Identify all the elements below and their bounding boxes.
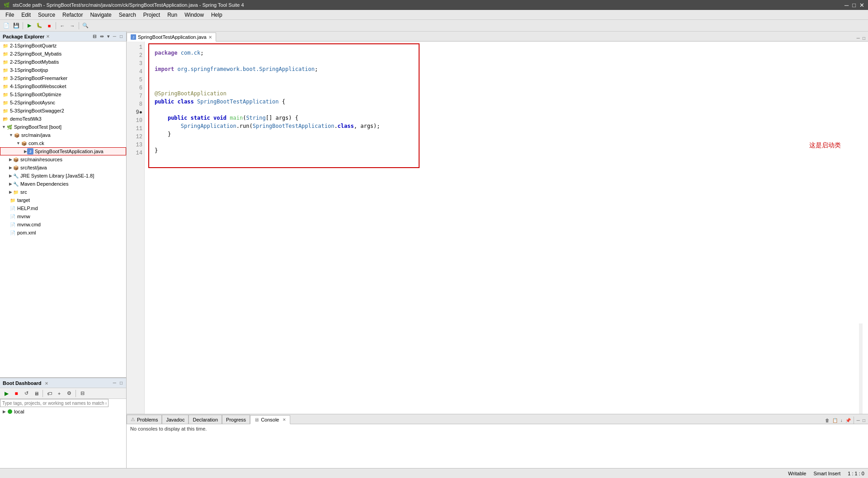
toolbar-forward[interactable]: →: [68, 21, 77, 30]
line-num-10: 10: [128, 117, 142, 125]
bottom-clear-icon[interactable]: 🗑: [824, 417, 830, 423]
pkg-min-icon[interactable]: ─: [112, 33, 117, 39]
tree-item-async[interactable]: 📁 5-2SpringBootAysnc: [0, 98, 126, 107]
tree-item-websocket[interactable]: 📁 4-1SpringBootWebscoket: [0, 82, 126, 90]
minimize-button[interactable]: ─: [844, 2, 849, 9]
status-dot-icon: [8, 409, 12, 414]
boot-stop[interactable]: ■: [12, 389, 21, 398]
bottom-max-icon[interactable]: □: [862, 417, 866, 423]
bottom-tab-problems[interactable]: ⚠ Problems: [127, 415, 162, 424]
tree-item-src-resources[interactable]: ▶ 📦 src/main/resources: [0, 155, 126, 164]
toolbar-stop[interactable]: ■: [45, 21, 54, 30]
menu-window[interactable]: Window: [181, 11, 208, 19]
tree-item-label: src/main/java: [21, 132, 51, 138]
line-num-11: 11: [128, 125, 142, 133]
toolbar-new[interactable]: 📄: [2, 21, 11, 30]
close-button[interactable]: ✕: [859, 2, 864, 9]
boot-tags[interactable]: 🏷: [45, 389, 54, 398]
bottom-scroll-icon[interactable]: ↓: [840, 417, 844, 423]
toolbar-run[interactable]: ▶: [25, 21, 34, 30]
pkg-link-icon[interactable]: ⇔: [99, 33, 104, 39]
toolbar: 📄 💾 ▶ 🐛 ■ ← → 🔍: [0, 20, 868, 32]
line-num-14: 14: [128, 149, 142, 157]
menu-run[interactable]: Run: [164, 11, 181, 19]
menu-edit[interactable]: Edit: [18, 11, 34, 19]
pkg-max-icon[interactable]: □: [119, 33, 123, 39]
code-line-8: [155, 106, 413, 114]
pkg-collapse-icon[interactable]: ⊟: [92, 33, 97, 39]
toolbar-save[interactable]: 💾: [12, 21, 21, 30]
bottom-min-icon[interactable]: ─: [856, 417, 861, 423]
tree-item-target[interactable]: 📁 target: [0, 196, 126, 204]
boot-open-console[interactable]: 🖥: [32, 389, 41, 398]
bottom-pin-icon[interactable]: 📌: [844, 417, 852, 423]
tree-item-comck[interactable]: ▼ 📦 com.ck: [0, 139, 126, 147]
code-line-10: SpringApplication.run(SpringBootTestAppl…: [155, 122, 413, 130]
tree-item-mybatis2[interactable]: 📁 2-2SpringBootMybatis: [0, 58, 126, 66]
tree-item-springboottest[interactable]: ▼ 🌿 SpringBootTest [boot]: [0, 123, 126, 131]
title-bar: 🌿 stsCode path - SpringBootTest/src/main…: [0, 0, 868, 10]
bottom-tab-progress[interactable]: Progress: [222, 415, 250, 424]
tree-item-jre[interactable]: ▶ 🔧 JRE System Library [JavaSE-1.8]: [0, 172, 126, 180]
tree-item-mvnw-cmd[interactable]: 📄 mvnw.cmd: [0, 220, 126, 229]
menu-file[interactable]: File: [2, 11, 18, 19]
editor-tab-app-java[interactable]: J SpringBootTestApplication.java ✕: [127, 33, 216, 42]
boot-search-input[interactable]: [0, 399, 108, 407]
boot-settings[interactable]: ⚙: [65, 389, 74, 398]
vertical-scrollbar[interactable]: [859, 323, 863, 414]
toolbar-search[interactable]: 🔍: [81, 21, 90, 30]
boot-restart[interactable]: ↺: [22, 389, 31, 398]
menu-project[interactable]: Project: [140, 11, 164, 19]
boot-collapse[interactable]: ⊟: [78, 389, 87, 398]
toolbar-back[interactable]: ←: [58, 21, 67, 30]
tree-item-src-test[interactable]: ▶ 📦 src/test/java: [0, 164, 126, 172]
bottom-console-content: No consoles to display at this time.: [127, 424, 868, 468]
tree-item-src-main[interactable]: ▼ 📦 src/main/java: [0, 131, 126, 139]
tree-item-demo[interactable]: 📂 demoTestWk3: [0, 115, 126, 123]
tree-item-swagger[interactable]: 📁 5-3SpringBootSwagger2: [0, 107, 126, 115]
boot-start[interactable]: ▶: [2, 389, 11, 398]
progress-label: Progress: [226, 417, 246, 422]
boot-min-icon[interactable]: ─: [112, 380, 117, 386]
tab-close-icon[interactable]: ✕: [208, 35, 212, 40]
tree-item-src-folder[interactable]: ▶ 📁 src: [0, 188, 126, 196]
console-close-icon[interactable]: ✕: [283, 417, 286, 422]
tree-item-mybatis1[interactable]: 📁 2-2SpringBoot_Mybatis: [0, 50, 126, 58]
bottom-tab-declaration[interactable]: Declaration: [189, 415, 222, 424]
tree-item-app-java[interactable]: ▶ J SpringBootTestApplication.java: [0, 147, 126, 155]
boot-max-icon[interactable]: □: [119, 380, 123, 386]
bottom-tab-javadoc[interactable]: Javadoc: [162, 415, 189, 424]
bottom-tab-console[interactable]: 🖥 Console ✕: [250, 415, 290, 424]
src-icon: 📦: [12, 156, 19, 163]
tree-item-help[interactable]: 📄 HELP.md: [0, 204, 126, 212]
tree-item-label: 3-1SpringBootjsp: [10, 67, 48, 73]
folder-icon: 📁: [2, 50, 9, 57]
console-text: No consoles to display at this time.: [130, 426, 207, 431]
jar-icon: 🔧: [12, 180, 19, 187]
menu-help[interactable]: Help: [208, 11, 226, 19]
toolbar-sep1: [23, 22, 23, 29]
menu-search[interactable]: Search: [115, 11, 140, 19]
tree-item-pom[interactable]: 📄 pom.xml: [0, 229, 126, 237]
folder-icon: 📁: [2, 75, 9, 82]
tree-item-quartz[interactable]: 📁 2-1SpringBootQuartz: [0, 42, 126, 50]
tree-item-jsp[interactable]: 📁 3-1SpringBootjsp: [0, 66, 126, 74]
toolbar-debug[interactable]: 🐛: [35, 21, 44, 30]
menu-refactor[interactable]: Refactor: [59, 11, 86, 19]
tree-item-mvnw[interactable]: 📄 mvnw: [0, 212, 126, 220]
menu-source[interactable]: Source: [34, 11, 59, 19]
tree-item-maven[interactable]: ▶ 🔧 Maven Dependencies: [0, 180, 126, 188]
pkg-menu-icon[interactable]: ▾: [106, 33, 110, 39]
toolbar-sep: [42, 390, 43, 397]
tree-item-freemarker[interactable]: 📁 3-2SpringBootFreemarker: [0, 74, 126, 82]
tree-item-optimize[interactable]: 📁 5-1SpringBootOptimize: [0, 90, 126, 98]
editor-max-icon[interactable]: □: [862, 35, 866, 41]
maximize-button[interactable]: □: [852, 2, 856, 9]
boot-new-section[interactable]: +: [55, 389, 64, 398]
bottom-copy-icon[interactable]: 📋: [831, 417, 839, 423]
tree-item-label: 2-2SpringBootMybatis: [10, 59, 59, 65]
boot-item-local[interactable]: ▶ local: [1, 408, 125, 415]
menu-navigate[interactable]: Navigate: [86, 11, 115, 19]
code-editor[interactable]: package com.ck; import org.springframewo…: [145, 42, 868, 414]
editor-min-icon[interactable]: ─: [856, 35, 861, 41]
